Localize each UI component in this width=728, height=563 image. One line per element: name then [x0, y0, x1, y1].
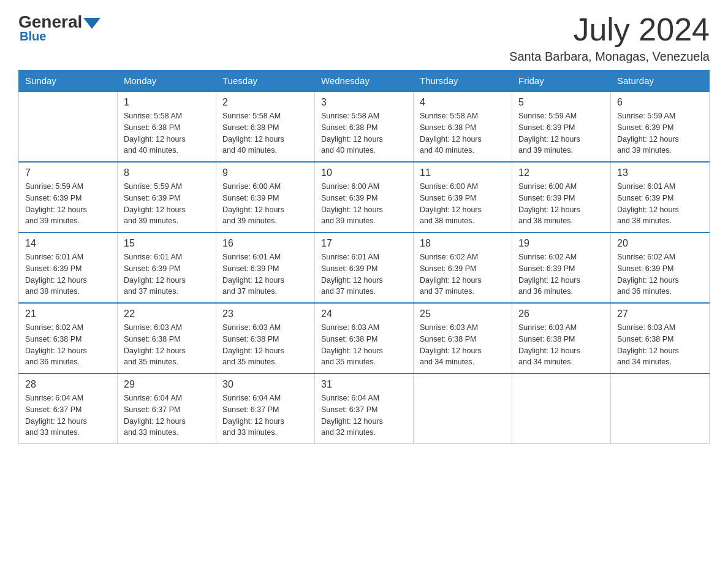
calendar-cell-w5-d1: 29Sunrise: 6:04 AMSunset: 6:37 PMDayligh…	[118, 373, 216, 444]
calendar-cell-w1-d6: 6Sunrise: 5:59 AMSunset: 6:39 PMDaylight…	[611, 91, 710, 162]
calendar-cell-w3-d1: 15Sunrise: 6:01 AMSunset: 6:39 PMDayligh…	[118, 232, 216, 303]
week-row-5: 28Sunrise: 6:04 AMSunset: 6:37 PMDayligh…	[19, 373, 710, 444]
calendar-cell-w3-d2: 16Sunrise: 6:01 AMSunset: 6:39 PMDayligh…	[216, 232, 315, 303]
col-thursday: Thursday	[414, 71, 512, 92]
day-info: Sunrise: 5:59 AMSunset: 6:39 PMDaylight:…	[124, 181, 210, 227]
day-info: Sunrise: 6:03 AMSunset: 6:38 PMDaylight:…	[124, 322, 210, 368]
calendar-cell-w2-d1: 8Sunrise: 5:59 AMSunset: 6:39 PMDaylight…	[118, 162, 216, 232]
month-title: July 2024	[509, 12, 710, 47]
day-number: 30	[222, 379, 308, 390]
day-info: Sunrise: 6:03 AMSunset: 6:38 PMDaylight:…	[420, 322, 506, 368]
logo-blue-text: Blue	[18, 29, 46, 44]
day-info: Sunrise: 6:02 AMSunset: 6:39 PMDaylight:…	[617, 251, 703, 297]
day-info: Sunrise: 5:59 AMSunset: 6:39 PMDaylight:…	[617, 110, 703, 156]
day-number: 20	[617, 238, 703, 249]
day-info: Sunrise: 6:03 AMSunset: 6:38 PMDaylight:…	[222, 322, 308, 368]
calendar-cell-w4-d6: 27Sunrise: 6:03 AMSunset: 6:38 PMDayligh…	[611, 303, 710, 373]
calendar-cell-w3-d5: 19Sunrise: 6:02 AMSunset: 6:39 PMDayligh…	[512, 232, 611, 303]
week-row-4: 21Sunrise: 6:02 AMSunset: 6:38 PMDayligh…	[19, 303, 710, 373]
day-number: 15	[124, 238, 210, 249]
calendar-cell-w1-d4: 4Sunrise: 5:58 AMSunset: 6:38 PMDaylight…	[414, 91, 512, 162]
day-info: Sunrise: 6:04 AMSunset: 6:37 PMDaylight:…	[124, 393, 210, 439]
day-number: 3	[321, 97, 407, 108]
day-info: Sunrise: 6:04 AMSunset: 6:37 PMDaylight:…	[222, 393, 308, 439]
day-info: Sunrise: 6:03 AMSunset: 6:38 PMDaylight:…	[617, 322, 703, 368]
calendar-cell-w4-d3: 24Sunrise: 6:03 AMSunset: 6:38 PMDayligh…	[315, 303, 414, 373]
calendar-cell-w4-d2: 23Sunrise: 6:03 AMSunset: 6:38 PMDayligh…	[216, 303, 315, 373]
calendar-cell-w1-d5: 5Sunrise: 5:59 AMSunset: 6:39 PMDaylight…	[512, 91, 611, 162]
calendar-cell-w2-d2: 9Sunrise: 6:00 AMSunset: 6:39 PMDaylight…	[216, 162, 315, 232]
day-number: 8	[124, 167, 210, 178]
location: Santa Barbara, Monagas, Venezuela	[509, 50, 710, 64]
col-friday: Friday	[512, 71, 611, 92]
calendar-cell-w3-d0: 14Sunrise: 6:01 AMSunset: 6:39 PMDayligh…	[19, 232, 118, 303]
calendar-cell-w5-d2: 30Sunrise: 6:04 AMSunset: 6:37 PMDayligh…	[216, 373, 315, 444]
day-number: 18	[420, 238, 506, 249]
calendar-cell-w4-d0: 21Sunrise: 6:02 AMSunset: 6:38 PMDayligh…	[19, 303, 118, 373]
calendar-cell-w1-d1: 1Sunrise: 5:58 AMSunset: 6:38 PMDaylight…	[118, 91, 216, 162]
day-info: Sunrise: 6:01 AMSunset: 6:39 PMDaylight:…	[617, 181, 703, 227]
calendar-cell-w5-d6	[611, 373, 710, 444]
calendar-cell-w4-d5: 26Sunrise: 6:03 AMSunset: 6:38 PMDayligh…	[512, 303, 611, 373]
day-number: 28	[25, 379, 111, 390]
calendar-cell-w3-d6: 20Sunrise: 6:02 AMSunset: 6:39 PMDayligh…	[611, 232, 710, 303]
day-info: Sunrise: 6:04 AMSunset: 6:37 PMDaylight:…	[25, 393, 111, 439]
calendar-cell-w4-d4: 25Sunrise: 6:03 AMSunset: 6:38 PMDayligh…	[414, 303, 512, 373]
logo-triangle-icon	[83, 18, 100, 29]
calendar-cell-w1-d3: 3Sunrise: 5:58 AMSunset: 6:38 PMDaylight…	[315, 91, 414, 162]
day-number: 11	[420, 167, 506, 178]
day-info: Sunrise: 6:01 AMSunset: 6:39 PMDaylight:…	[124, 251, 210, 297]
calendar-header-row: Sunday Monday Tuesday Wednesday Thursday…	[19, 71, 710, 92]
day-info: Sunrise: 6:01 AMSunset: 6:39 PMDaylight:…	[222, 251, 308, 297]
day-info: Sunrise: 6:00 AMSunset: 6:39 PMDaylight:…	[420, 181, 506, 227]
day-number: 12	[518, 167, 604, 178]
week-row-3: 14Sunrise: 6:01 AMSunset: 6:39 PMDayligh…	[19, 232, 710, 303]
day-info: Sunrise: 6:03 AMSunset: 6:38 PMDaylight:…	[518, 322, 604, 368]
col-tuesday: Tuesday	[216, 71, 315, 92]
calendar-cell-w3-d3: 17Sunrise: 6:01 AMSunset: 6:39 PMDayligh…	[315, 232, 414, 303]
logo: General Blue	[18, 12, 100, 44]
calendar-cell-w2-d6: 13Sunrise: 6:01 AMSunset: 6:39 PMDayligh…	[611, 162, 710, 232]
calendar-cell-w5-d0: 28Sunrise: 6:04 AMSunset: 6:37 PMDayligh…	[19, 373, 118, 444]
day-info: Sunrise: 6:01 AMSunset: 6:39 PMDaylight:…	[25, 251, 111, 297]
day-number: 25	[420, 308, 506, 320]
day-info: Sunrise: 6:02 AMSunset: 6:39 PMDaylight:…	[420, 251, 506, 297]
day-number: 9	[222, 167, 308, 178]
calendar-cell-w1-d2: 2Sunrise: 5:58 AMSunset: 6:38 PMDaylight…	[216, 91, 315, 162]
calendar-cell-w5-d5	[512, 373, 611, 444]
day-number: 7	[25, 167, 111, 178]
day-number: 21	[25, 308, 111, 320]
week-row-2: 7Sunrise: 5:59 AMSunset: 6:39 PMDaylight…	[19, 162, 710, 232]
day-info: Sunrise: 5:59 AMSunset: 6:39 PMDaylight:…	[518, 110, 604, 156]
calendar-cell-w1-d0	[19, 91, 118, 162]
col-saturday: Saturday	[611, 71, 710, 92]
calendar-cell-w2-d5: 12Sunrise: 6:00 AMSunset: 6:39 PMDayligh…	[512, 162, 611, 232]
day-info: Sunrise: 6:00 AMSunset: 6:39 PMDaylight:…	[321, 181, 407, 227]
day-info: Sunrise: 6:00 AMSunset: 6:39 PMDaylight:…	[518, 181, 604, 227]
calendar-cell-w2-d0: 7Sunrise: 5:59 AMSunset: 6:39 PMDaylight…	[19, 162, 118, 232]
day-number: 16	[222, 238, 308, 249]
calendar-table: Sunday Monday Tuesday Wednesday Thursday…	[18, 70, 710, 444]
day-info: Sunrise: 5:58 AMSunset: 6:38 PMDaylight:…	[222, 110, 308, 156]
calendar-cell-w5-d3: 31Sunrise: 6:04 AMSunset: 6:37 PMDayligh…	[315, 373, 414, 444]
day-number: 31	[321, 379, 407, 390]
calendar-cell-w2-d3: 10Sunrise: 6:00 AMSunset: 6:39 PMDayligh…	[315, 162, 414, 232]
day-number: 23	[222, 308, 308, 320]
day-number: 22	[124, 308, 210, 320]
day-number: 1	[124, 97, 210, 108]
day-number: 24	[321, 308, 407, 320]
calendar-cell-w4-d1: 22Sunrise: 6:03 AMSunset: 6:38 PMDayligh…	[118, 303, 216, 373]
day-number: 17	[321, 238, 407, 249]
calendar-cell-w2-d4: 11Sunrise: 6:00 AMSunset: 6:39 PMDayligh…	[414, 162, 512, 232]
day-info: Sunrise: 5:58 AMSunset: 6:38 PMDaylight:…	[321, 110, 407, 156]
day-info: Sunrise: 6:04 AMSunset: 6:37 PMDaylight:…	[321, 393, 407, 439]
day-number: 6	[617, 97, 703, 108]
day-info: Sunrise: 6:01 AMSunset: 6:39 PMDaylight:…	[321, 251, 407, 297]
day-number: 5	[518, 97, 604, 108]
week-row-1: 1Sunrise: 5:58 AMSunset: 6:38 PMDaylight…	[19, 91, 710, 162]
day-number: 2	[222, 97, 308, 108]
day-number: 10	[321, 167, 407, 178]
day-info: Sunrise: 5:58 AMSunset: 6:38 PMDaylight:…	[420, 110, 506, 156]
day-info: Sunrise: 6:02 AMSunset: 6:39 PMDaylight:…	[518, 251, 604, 297]
day-number: 13	[617, 167, 703, 178]
